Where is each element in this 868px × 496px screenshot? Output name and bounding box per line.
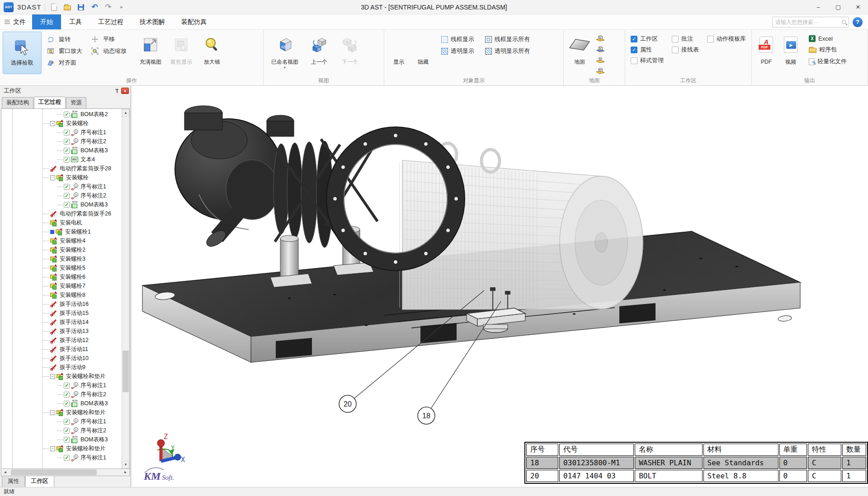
tree-checkbox-checked[interactable]: ✓: [64, 428, 70, 434]
tree-item[interactable]: ✓1序号标注2: [1, 390, 122, 399]
tree-item[interactable]: 电动拧紧套筒扳手26: [1, 209, 122, 218]
export-pdf-button[interactable]: APDF PDF: [755, 32, 778, 74]
ground-option-3[interactable]: [594, 56, 605, 66]
tree-checkbox-checked[interactable]: ✓: [64, 130, 70, 136]
export-excel-button[interactable]: X Excel: [807, 34, 849, 43]
tree-item[interactable]: −安装螺栓和垫片: [1, 372, 122, 381]
tree-item[interactable]: 安装螺栓7: [1, 281, 122, 290]
tree-item[interactable]: 安装螺栓8: [1, 290, 122, 299]
tree-item[interactable]: ✓1序号标注1: [1, 417, 122, 426]
motor-transparent[interactable]: [400, 143, 643, 309]
maximize-button[interactable]: ▢: [828, 0, 848, 14]
tree-item[interactable]: ✓BOMBOM表格3: [1, 435, 122, 444]
quick-access-more-button[interactable]: ▸: [117, 2, 127, 12]
focus-display-button[interactable]: 聚焦显示: [166, 32, 196, 74]
scroll-down-icon[interactable]: ▼: [122, 461, 129, 468]
wireframe-display-button[interactable]: 线框显示: [439, 34, 476, 44]
named-views-button[interactable]: AB 已命名视图 ▾: [266, 32, 303, 74]
tree-item[interactable]: 安装电机: [1, 218, 122, 227]
tab-process-tree[interactable]: 工艺过程: [34, 97, 66, 108]
tree-item[interactable]: ✓1序号标注2: [1, 137, 122, 146]
previous-view-button[interactable]: 上一个: [304, 32, 334, 74]
transparent-all-button[interactable]: 透明显示所有: [483, 46, 532, 56]
tab-home[interactable]: 开始: [32, 14, 61, 29]
collapse-icon[interactable]: −: [50, 410, 55, 415]
tree-item[interactable]: 扳手活动13: [1, 327, 122, 336]
checkbox-unchecked-icon[interactable]: [707, 36, 714, 42]
tab-process[interactable]: 工艺过程: [90, 14, 132, 29]
tab-workspace[interactable]: 工作区: [25, 476, 54, 487]
dynamic-zoom-button[interactable]: 动态缩放: [90, 46, 128, 56]
search-icon[interactable]: [842, 20, 846, 24]
ground-button[interactable]: 地面: [566, 32, 593, 74]
tree-item[interactable]: 电动拧紧套筒扳手28: [1, 164, 122, 173]
collapse-icon[interactable]: −: [50, 121, 55, 126]
minimize-button[interactable]: –: [808, 0, 828, 14]
close-button[interactable]: ✕: [848, 0, 868, 14]
ground-option-4[interactable]: [594, 67, 605, 77]
tree-item[interactable]: ✓1序号标注1: [1, 128, 122, 137]
tree-item[interactable]: 扳手活动11: [1, 345, 122, 354]
named-views-dropdown-icon[interactable]: ▾: [284, 66, 286, 70]
checkbox-checked-icon[interactable]: ✓: [631, 36, 637, 42]
export-lightweight-file-button[interactable]: 轻量化文件: [807, 56, 849, 66]
tree-item[interactable]: 扳手活动10: [1, 354, 122, 363]
tree-item[interactable]: ✓BOMBOM表格3: [1, 399, 122, 408]
tree-checkbox-checked[interactable]: ✓: [64, 419, 70, 425]
scroll-right-icon[interactable]: ►: [122, 469, 129, 476]
tree-checkbox-checked[interactable]: ✓: [64, 139, 70, 145]
tree-checkbox-checked[interactable]: ✓: [64, 401, 70, 407]
scroll-up-icon[interactable]: ▲: [122, 109, 129, 117]
collapse-icon[interactable]: −: [50, 374, 55, 379]
tab-tools[interactable]: 工具: [61, 14, 90, 29]
tree-item[interactable]: −安装螺栓和垫片: [1, 408, 122, 417]
checkbox-样式管理[interactable]: 样式管理: [631, 55, 664, 66]
tree-item[interactable]: ✓1序号标注1: [1, 453, 122, 462]
pan-button[interactable]: 平移: [90, 34, 128, 44]
checkbox-动作模板库[interactable]: 动作模板库: [707, 33, 746, 44]
wireframe-all-button[interactable]: 线框显示所有: [483, 34, 532, 44]
checkbox-批注[interactable]: 批注: [672, 33, 699, 44]
tab-technical-illustration[interactable]: 技术图解: [132, 14, 173, 29]
open-file-button[interactable]: [62, 2, 72, 12]
scrollbar-thumb[interactable]: [11, 469, 97, 475]
select-pick-button[interactable]: 选择拾取: [3, 32, 42, 74]
checkbox-工作区[interactable]: ✓工作区: [631, 33, 664, 44]
undo-button[interactable]: ↶: [90, 2, 99, 12]
ground-option-2[interactable]: [594, 45, 605, 55]
new-document-button[interactable]: [49, 2, 59, 12]
fit-view-button[interactable]: 充满视图: [136, 32, 165, 74]
hide-button[interactable]: 隐藏: [411, 32, 435, 74]
tree-checkbox-checked[interactable]: ✓: [64, 455, 70, 461]
checkbox-接线表[interactable]: 接线表: [672, 44, 699, 55]
save-button[interactable]: [76, 2, 86, 12]
export-package-button[interactable]: 程序包: [807, 45, 849, 55]
pin-icon[interactable]: [114, 88, 119, 94]
tree-checkbox-checked[interactable]: ✓: [64, 193, 70, 199]
tree-horizontal-scrollbar[interactable]: ◄ ►: [1, 468, 130, 476]
bom-row[interactable]: 180301235800-M1WASHER PLAINSee Standards…: [526, 457, 866, 469]
tree-item[interactable]: 扳手活动9: [1, 363, 122, 372]
scrollbar-thumb[interactable]: [123, 351, 129, 392]
ground-option-1[interactable]: [594, 34, 605, 44]
tree-item[interactable]: ✓1序号标注2: [1, 191, 122, 200]
checkbox-unchecked-icon[interactable]: [672, 47, 679, 53]
checkbox-属性[interactable]: ✓属性: [631, 44, 664, 55]
tree-item[interactable]: 扳手活动14: [1, 318, 122, 327]
tree-item[interactable]: ✓abc文本4: [1, 155, 122, 164]
bom-row[interactable]: 200147 1404 03BOLTSteel 8.80C1: [526, 470, 866, 482]
tree-item[interactable]: ✓BOMBOM表格3: [1, 146, 122, 155]
redo-button[interactable]: ↷: [103, 2, 113, 12]
transparent-display-button[interactable]: 透明显示: [439, 46, 476, 56]
panel-close-button[interactable]: x: [121, 88, 129, 94]
tab-properties[interactable]: 属性: [2, 476, 25, 487]
collapse-icon[interactable]: −: [50, 446, 55, 451]
file-menu-button[interactable]: 文件: [0, 14, 32, 29]
tree-item[interactable]: 安装螺栓2: [1, 245, 122, 254]
tree-item[interactable]: 安装螺栓4: [1, 236, 122, 245]
tab-assembly-structure[interactable]: 装配结构: [2, 97, 33, 108]
scroll-left-icon[interactable]: ◄: [1, 469, 9, 476]
tree-checkbox-checked[interactable]: ✓: [64, 437, 70, 443]
tree-checkbox-checked[interactable]: ✓: [64, 184, 70, 190]
show-button[interactable]: 显示: [387, 32, 410, 74]
